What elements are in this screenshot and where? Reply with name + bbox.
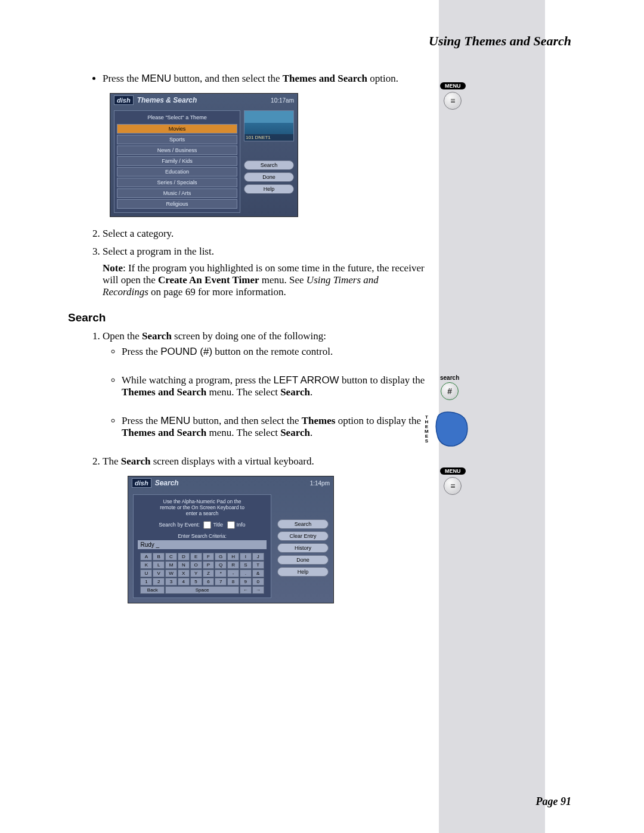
kb-key[interactable]: 3 [165,578,177,586]
search-by-row: Search by Event: Title Info [137,519,267,531]
kb-key[interactable]: I [240,553,252,561]
kb-key[interactable]: D [178,553,190,561]
kb-right-arrow-key[interactable]: → [252,586,264,594]
kb-key[interactable]: 8 [227,578,239,586]
kb-key[interactable]: 7 [215,578,227,586]
kb-key[interactable]: 0 [252,578,264,586]
kb-key[interactable]: B [153,553,165,561]
kb-key[interactable]: S [240,561,252,569]
kb-key[interactable]: Z [203,569,215,577]
theme-item-religious[interactable]: Religious [117,199,237,209]
kb-key[interactable]: 6 [203,578,215,586]
kb-key[interactable]: T [252,561,264,569]
shot1-help-button[interactable]: Help [244,184,294,194]
theme-item-music[interactable]: Music / Arts [117,188,237,198]
keyboard-panel: Use the Alpha-Numeric Pad on the remote … [133,494,271,598]
hash-round-button: # [441,382,459,400]
kb-key[interactable]: 5 [190,578,202,586]
margin-search-icon: search # [440,374,459,400]
theme-item-news[interactable]: News / Business [117,145,237,155]
kb-key[interactable]: F [203,553,215,561]
page-number: Page 91 [536,795,571,808]
margin-themes-blob: THEMES [433,407,470,453]
video-preview: 101 DNET1 [244,110,294,141]
kb-key[interactable]: V [153,569,165,577]
channel-label: 101 DNET1 [244,134,293,141]
search-bullet-menu: Press the MENU button, and then select t… [122,415,426,439]
shot2-time: 1:14pm [310,480,330,487]
search-input[interactable]: Rudy _ [138,540,266,549]
kb-key[interactable]: K [140,561,152,569]
kb-key[interactable]: * [215,569,227,577]
shot2-clear-button[interactable]: Clear Entry [277,531,329,541]
kb-key[interactable]: - [227,569,239,577]
kb-space-key[interactable]: Space [165,586,239,594]
search-heading: Search [68,311,426,324]
kb-left-arrow-key[interactable]: ← [240,586,252,594]
page-header-title: Using Themes and Search [429,33,571,49]
shot1-search-button[interactable]: Search [244,160,294,170]
theme-caption: Please "Select" a Theme [117,114,237,120]
search-small-label: search [440,374,459,381]
menu-pill-label-2: MENU [440,467,466,475]
shot2-help-button[interactable]: Help [277,567,329,577]
theme-item-series[interactable]: Series / Specials [117,178,237,187]
kb-key[interactable]: H [227,553,239,561]
shot2-history-button[interactable]: History [277,543,329,553]
kb-key[interactable]: 4 [178,578,190,586]
kb-key[interactable]: X [178,569,190,577]
main-content: Press the MENU button, and then select t… [68,73,426,609]
kb-key[interactable]: C [165,553,177,561]
kb-key[interactable]: 9 [240,578,252,586]
kb-key[interactable]: L [153,561,165,569]
kb-key[interactable]: G [215,553,227,561]
search-bullet-leftarrow: While watching a program, press the LEFT… [122,374,426,398]
theme-list-panel: Please "Select" a Theme Movies Sports Ne… [114,110,240,213]
kb-key[interactable]: N [178,561,190,569]
kb-key[interactable]: E [190,553,202,561]
shot1-time: 10:17am [271,97,294,104]
kb-key[interactable]: O [190,561,202,569]
shot2-search-button[interactable]: Search [277,519,329,529]
intro-bullet: Press the MENU button, and then select t… [103,73,426,85]
kb-key[interactable]: & [252,569,264,577]
kb-key[interactable]: Y [190,569,202,577]
search-keyboard-screenshot: dish Search 1:14pm Use the Alpha-Numeric… [128,476,334,603]
search-step-2: The Search screen displays with a virtua… [103,456,426,467]
step-3: Select a program in the list. Note: If t… [103,246,426,298]
kb-key[interactable]: Q [215,561,227,569]
kb-key[interactable]: U [140,569,152,577]
margin-menu-icon-1: MENU ≡ [440,79,466,110]
dish-logo-2: dish [132,478,151,488]
menu-round-button: ≡ [444,92,462,110]
kb-key[interactable]: J [252,553,264,561]
title-checkbox[interactable] [203,521,211,529]
shot2-title: Search [155,479,179,487]
theme-item-sports[interactable]: Sports [117,135,237,144]
shot1-done-button[interactable]: Done [244,172,294,182]
onscreen-keyboard: A B C D E F G H I J K L M N O [140,553,264,594]
criteria-label: Enter Search Criteria: [137,533,267,539]
kb-key[interactable]: 2 [153,578,165,586]
kb-key[interactable]: 1 [140,578,152,586]
theme-item-movies[interactable]: Movies [117,124,237,134]
step-2: Select a category. [103,228,426,240]
menu-round-button-2: ≡ [444,477,462,495]
note-block: Note: If the program you highlighted is … [103,262,426,298]
kb-key[interactable]: P [203,561,215,569]
kb-back-key[interactable]: Back [140,586,165,594]
kb-key[interactable]: A [140,553,152,561]
theme-item-education[interactable]: Education [117,167,237,176]
menu-pill-label: MENU [440,82,466,89]
kb-key[interactable]: M [165,561,177,569]
info-checkbox[interactable] [227,521,235,529]
kb-msg: Use the Alpha-Numeric Pad on the remote … [137,498,267,517]
shot2-done-button[interactable]: Done [277,555,329,565]
dish-logo: dish [114,95,134,105]
theme-item-family[interactable]: Family / Kids [117,156,237,166]
kb-key[interactable]: R [227,561,239,569]
shot1-title: Themes & Search [137,96,197,104]
kb-key[interactable]: . [240,569,252,577]
kb-key[interactable]: W [165,569,177,577]
manual-page: Using Themes and Search Page 91 MENU ≡ s… [0,0,644,833]
